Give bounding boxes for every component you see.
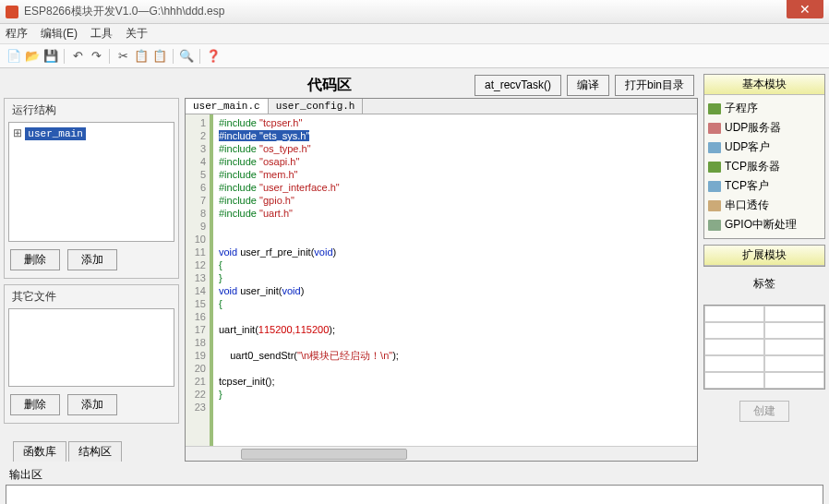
module-icon (708, 162, 721, 173)
file-tab-main[interactable]: user_main.c (186, 99, 269, 114)
module-icon (708, 200, 721, 211)
module-item-3[interactable]: TCP服务器 (708, 157, 821, 176)
toolbar: 📄 📂 💾 ↶ ↷ ✂ 📋 📋 🔍 ❓ (0, 44, 829, 68)
output-box[interactable] (6, 485, 823, 504)
other-list[interactable] (8, 308, 174, 387)
output-title: 输出区 (6, 465, 823, 485)
compile-button[interactable]: 编译 (567, 75, 609, 96)
menu-about[interactable]: 关于 (126, 26, 148, 42)
other-title: 其它文件 (6, 287, 176, 306)
new-icon[interactable]: 📄 (6, 48, 22, 65)
module-item-4[interactable]: TCP客户 (708, 176, 821, 196)
menu-program[interactable]: 程序 (6, 26, 28, 42)
find-icon[interactable]: 🔍 (178, 48, 195, 65)
module-item-2[interactable]: UDP客户 (708, 138, 821, 157)
struct-delete-button[interactable]: 删除 (10, 249, 60, 270)
editor: user_main.c user_config.h 12345678910111… (185, 98, 698, 462)
h-scrollbar[interactable] (186, 446, 697, 461)
open-icon[interactable]: 📂 (24, 48, 41, 65)
redo-icon[interactable]: ↷ (88, 48, 104, 65)
menubar: 程序 编辑(E) 工具 关于 (0, 24, 829, 44)
grid-label: 标签 (703, 272, 825, 295)
struct-tree[interactable]: ⊞ user_main (8, 122, 174, 242)
window-title: ESP8266模块开发V1.0—G:\hhh\ddd.esp (24, 4, 787, 19)
code-content[interactable]: #include "tcpser.h" #include "ets_sys.h"… (213, 114, 697, 446)
undo-icon[interactable]: ↶ (69, 48, 86, 65)
tree-root[interactable]: user_main (25, 127, 85, 140)
module-item-1[interactable]: UDP服务器 (708, 118, 821, 138)
left-panel: 运行结构 ⊞ user_main 删除 添加 其它文件 删除 添加 函数库 结构… (4, 72, 179, 462)
help-icon[interactable]: ❓ (205, 48, 222, 65)
titlebar: ESP8266模块开发V1.0—G:\hhh\ddd.esp ✕ (0, 0, 829, 24)
create-button[interactable]: 创建 (739, 401, 789, 422)
property-grid[interactable] (703, 305, 825, 390)
module-icon (708, 220, 721, 231)
save-icon[interactable]: 💾 (42, 48, 59, 65)
tab-struct[interactable]: 结构区 (68, 441, 122, 462)
menu-tools[interactable]: 工具 (90, 26, 113, 42)
basic-modules-title: 基本模块 (704, 75, 824, 95)
paste-icon[interactable]: 📋 (151, 48, 168, 65)
tab-funclib[interactable]: 函数库 (13, 441, 66, 462)
cut-icon[interactable]: ✂ (114, 48, 131, 65)
line-gutter: 1234567891011121314151617181920212223 (186, 114, 213, 446)
center-panel: 代码区 at_recvTask() 编译 打开bin目录 user_main.c… (185, 72, 698, 462)
other-delete-button[interactable]: 删除 (10, 394, 60, 415)
close-button[interactable]: ✕ (787, 0, 823, 18)
other-add-button[interactable]: 添加 (67, 394, 117, 415)
file-tab-config[interactable]: user_config.h (269, 99, 364, 114)
copy-icon[interactable]: 📋 (133, 48, 150, 65)
code-editor[interactable]: 1234567891011121314151617181920212223 #i… (186, 114, 697, 446)
code-area-title: 代码区 (185, 76, 475, 95)
recv-task-button[interactable]: at_recvTask() (475, 75, 561, 96)
module-icon (708, 181, 721, 192)
right-panel: 基本模块 子程序UDP服务器UDP客户TCP服务器TCP客户串口透传GPIO中断… (703, 72, 825, 462)
ext-modules-title: 扩展模块 (704, 246, 824, 266)
struct-title: 运行结构 (6, 101, 176, 120)
module-item-5[interactable]: 串口透传 (708, 196, 821, 215)
struct-add-button[interactable]: 添加 (67, 249, 117, 270)
module-item-0[interactable]: 子程序 (708, 99, 821, 118)
module-icon (708, 142, 721, 153)
module-item-6[interactable]: GPIO中断处理 (708, 215, 821, 234)
module-icon (708, 123, 721, 134)
app-icon (6, 6, 18, 18)
open-bin-button[interactable]: 打开bin目录 (615, 75, 694, 96)
module-icon (708, 103, 721, 114)
menu-edit[interactable]: 编辑(E) (41, 26, 78, 42)
output-panel: 输出区 (6, 465, 823, 504)
